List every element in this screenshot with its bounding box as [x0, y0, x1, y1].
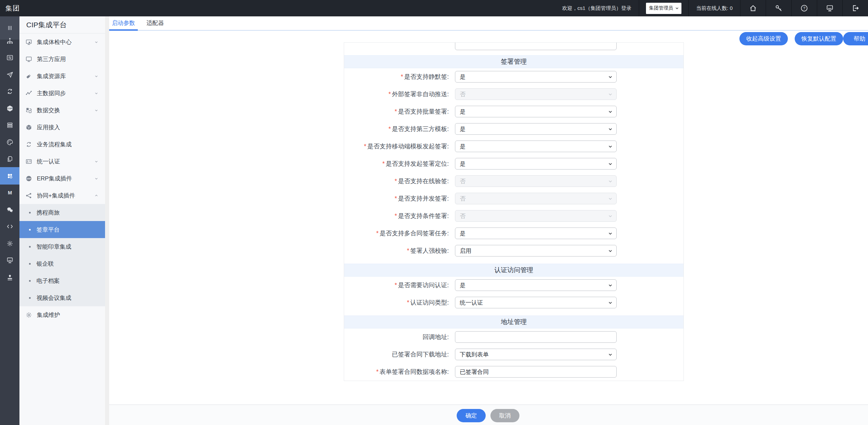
role-select[interactable]: 集团管理员	[646, 3, 681, 14]
rail-item-gear[interactable]	[0, 237, 19, 250]
required-asterisk: *	[376, 368, 379, 375]
chevron-down-icon	[94, 40, 99, 45]
field-label: *是否支持在线验签:	[344, 173, 449, 190]
select-caret-icon	[607, 109, 613, 115]
field-input[interactable]	[455, 331, 617, 343]
sidebar-item-label: 数据交换	[37, 106, 60, 114]
tab-启动参数[interactable]: 启动参数	[109, 16, 138, 30]
field-select[interactable]: 是	[455, 141, 617, 152]
process-loop-icon	[6, 88, 14, 95]
sidebar-subitem-label: 视频会议集成	[36, 294, 71, 302]
rail-item-m-letter[interactable]: M	[0, 186, 19, 200]
rail-item-terminal[interactable]	[0, 253, 19, 267]
select-caret-icon	[607, 248, 613, 254]
form-field-row: *是否支持发起签署定位:是	[344, 155, 683, 173]
action-button-帮助[interactable]: 帮助	[843, 32, 868, 45]
key-button[interactable]	[766, 0, 791, 16]
required-asterisk: *	[395, 195, 397, 202]
rail-item-palette[interactable]	[0, 135, 19, 149]
field-select[interactable]: 是	[455, 158, 617, 170]
field-label: 回调地址:	[344, 328, 449, 346]
rail-item-stamp[interactable]	[0, 270, 19, 284]
sidebar-item-统一认证[interactable]: 统一认证	[19, 153, 105, 170]
sidebar-item-业务流程集成[interactable]: 业务流程集成	[19, 136, 105, 153]
sidebar-item-label: 第三方应用	[37, 55, 66, 63]
field-select[interactable]: 是	[455, 228, 617, 239]
field-input[interactable]: 已签署合同	[455, 366, 617, 378]
help-button[interactable]: ?	[792, 0, 817, 16]
clipped-select[interactable]	[455, 42, 617, 50]
sidebar-subitem-智能印章集成[interactable]: 智能印章集成	[19, 238, 105, 255]
sidebar-item-ERP集成插件[interactable]: ERPERP集成插件	[19, 170, 105, 187]
rail-item-org-chart[interactable]	[0, 34, 19, 48]
sidebar-item-集成体检中心[interactable]: 集成体检中心	[19, 33, 105, 50]
rail-item-send[interactable]	[0, 68, 19, 82]
logout-button[interactable]	[843, 0, 868, 16]
section-header-认证访问管理: 认证访问管理	[344, 264, 683, 277]
field-select[interactable]: 下载到表单	[455, 349, 617, 360]
field-select[interactable]: 统一认证	[455, 297, 617, 308]
active-tab-underline	[109, 29, 138, 31]
form-field-row: *认证访问类型:统一认证	[344, 294, 683, 311]
confirm-button[interactable]: 确定	[457, 409, 486, 422]
rail-item-control-panel[interactable]	[0, 51, 19, 64]
sidebar-item-集成维护[interactable]: 集成维护	[19, 306, 105, 323]
collapse-menu-icon	[6, 24, 14, 32]
field-select[interactable]: 是	[455, 123, 617, 135]
sidebar-item-主数据同步[interactable]: 主数据同步	[19, 85, 105, 102]
field-select[interactable]: 是	[455, 279, 617, 291]
home-button[interactable]	[740, 0, 766, 16]
sidebar-item-应用接入[interactable]: 应用接入	[19, 119, 105, 136]
tab-适配器[interactable]: 适配器	[143, 16, 167, 30]
rail-item-code[interactable]	[0, 220, 19, 233]
sidebar-item-协同+集成插件[interactable]: 协同+集成插件	[19, 187, 105, 204]
select-caret-icon	[607, 109, 613, 115]
required-asterisk: *	[364, 143, 366, 150]
select-caret-icon	[607, 161, 613, 167]
svg-text:?: ?	[803, 6, 805, 10]
sidebar-subitem-签章平台[interactable]: 签章平台	[19, 221, 105, 238]
bullet-icon	[29, 263, 31, 265]
field-select: 否	[455, 175, 617, 187]
rail-item-wechat[interactable]	[0, 203, 19, 217]
action-button-恢复默认配置[interactable]: 恢复默认配置	[795, 32, 843, 45]
sidebar-subitem-视频会议集成[interactable]: 视频会议集成	[19, 289, 105, 306]
form-field-row: *表单签署合同数据项名称:已签署合同	[344, 363, 683, 381]
chevron-down-icon	[674, 5, 680, 11]
select-caret-icon	[607, 178, 613, 184]
action-button-收起高级设置[interactable]: 收起高级设置	[739, 32, 788, 45]
sidebar-item-集成资源库[interactable]: 集成资源库	[19, 68, 105, 85]
org-chart-icon	[6, 37, 14, 45]
sidebar-subitem-银企联[interactable]: 银企联	[19, 255, 105, 272]
share-icon	[25, 192, 32, 199]
sidebar-subitem-携程商旅[interactable]: 携程商旅	[19, 204, 105, 221]
field-select[interactable]: 是	[455, 71, 617, 83]
form-field-row: *是否需要访问认证:是	[344, 277, 683, 294]
footer-bar: 确定 取消	[109, 405, 868, 425]
rail-item-cap-badge[interactable]: CAP	[0, 102, 19, 115]
settings-form-panel: 签署管理*是否支持静默签:是*外部签署非自动推送:否*是否支持批量签署:是*是否…	[344, 42, 684, 381]
sidebar-item-数据交换[interactable]: 数据交换	[19, 102, 105, 119]
select-caret-icon	[607, 352, 613, 357]
field-select: 否	[455, 210, 617, 222]
field-select[interactable]: 是	[455, 106, 617, 117]
cancel-button[interactable]: 取消	[490, 409, 519, 422]
select-caret-icon	[607, 91, 613, 97]
tab-bar: 启动参数适配器	[109, 16, 868, 31]
field-label: *是否需要访问认证:	[344, 277, 449, 294]
rail-item-documents[interactable]	[0, 152, 19, 166]
field-select[interactable]: 启用	[455, 245, 617, 257]
sidebar-subitem-label: 智能印章集成	[36, 243, 71, 251]
rail-item-apps-clover[interactable]	[0, 167, 19, 185]
field-label: *是否支持多合同签署任务:	[344, 225, 449, 242]
field-label: *签署人强校验:	[344, 242, 449, 260]
select-caret-icon	[607, 144, 613, 149]
field-select: 否	[455, 193, 617, 204]
rail-item-process-loop[interactable]	[0, 85, 19, 98]
sidebar-subitem-电子档案[interactable]: 电子档案	[19, 272, 105, 289]
terminal-button[interactable]	[817, 0, 842, 16]
required-asterisk: *	[382, 160, 385, 167]
rail-item-data-stack[interactable]	[0, 118, 19, 132]
sidebar-item-第三方应用[interactable]: 第三方应用	[19, 50, 105, 68]
select-caret-icon	[607, 282, 613, 288]
